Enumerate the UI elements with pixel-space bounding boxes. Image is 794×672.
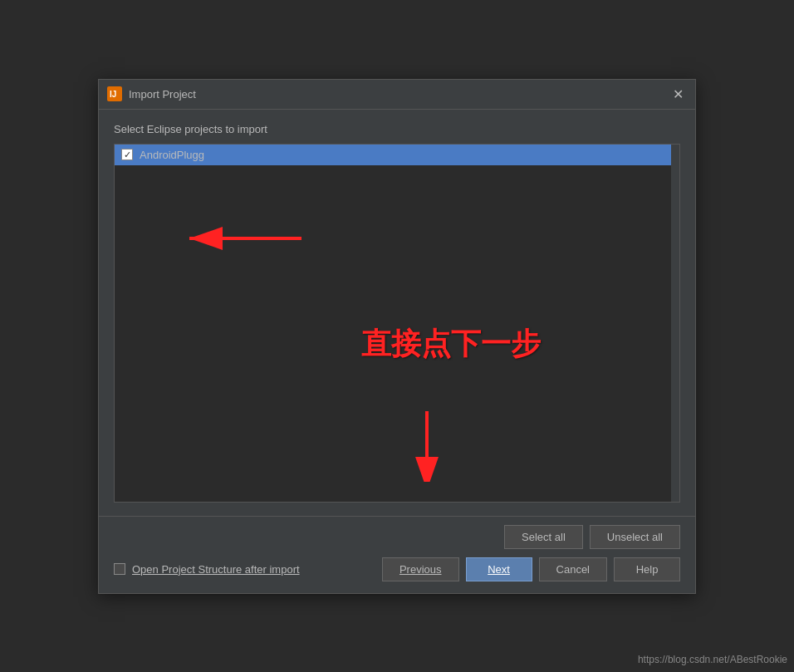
dialog-footer: Select all Unselect all Open Project Str… bbox=[99, 516, 695, 593]
open-project-checkbox[interactable] bbox=[114, 563, 125, 575]
footer-bottom-row: Open Project Structure after import Prev… bbox=[114, 557, 680, 581]
section-label: Select Eclipse projects to import bbox=[114, 123, 680, 135]
open-project-structure-check: Open Project Structure after import bbox=[114, 563, 300, 576]
scrollbar[interactable] bbox=[671, 145, 679, 502]
close-button[interactable]: ✕ bbox=[669, 85, 687, 103]
unselect-all-button[interactable]: Unselect all bbox=[590, 525, 680, 549]
project-list[interactable]: AndroidPlugg bbox=[114, 144, 680, 503]
cancel-button[interactable]: Cancel bbox=[539, 557, 607, 581]
project-checkbox[interactable] bbox=[121, 149, 133, 160]
project-name: AndroidPlugg bbox=[140, 149, 204, 161]
open-project-label[interactable]: Open Project Structure after import bbox=[132, 563, 300, 576]
footer-top-row: Select all Unselect all bbox=[114, 525, 680, 549]
arrow-annotation-checkbox bbox=[173, 218, 306, 262]
dialog-title: Import Project bbox=[129, 88, 662, 101]
select-all-button[interactable]: Select all bbox=[504, 525, 583, 549]
watermark-text: https://blog.csdn.net/ABestRookie bbox=[638, 654, 787, 665]
app-icon: IJ bbox=[107, 86, 122, 101]
title-bar: IJ Import Project ✕ bbox=[99, 80, 695, 110]
dialog-body: Select Eclipse projects to import Androi… bbox=[99, 110, 695, 516]
next-button[interactable]: Next bbox=[466, 557, 532, 581]
previous-button[interactable]: Previous bbox=[382, 557, 459, 581]
svg-text:IJ: IJ bbox=[110, 90, 116, 99]
project-item[interactable]: AndroidPlugg bbox=[115, 145, 679, 165]
help-button[interactable]: Help bbox=[614, 557, 680, 581]
nav-buttons: Previous Next Cancel Help bbox=[382, 557, 680, 581]
import-project-dialog: IJ Import Project ✕ Select Eclipse proje… bbox=[98, 79, 696, 594]
